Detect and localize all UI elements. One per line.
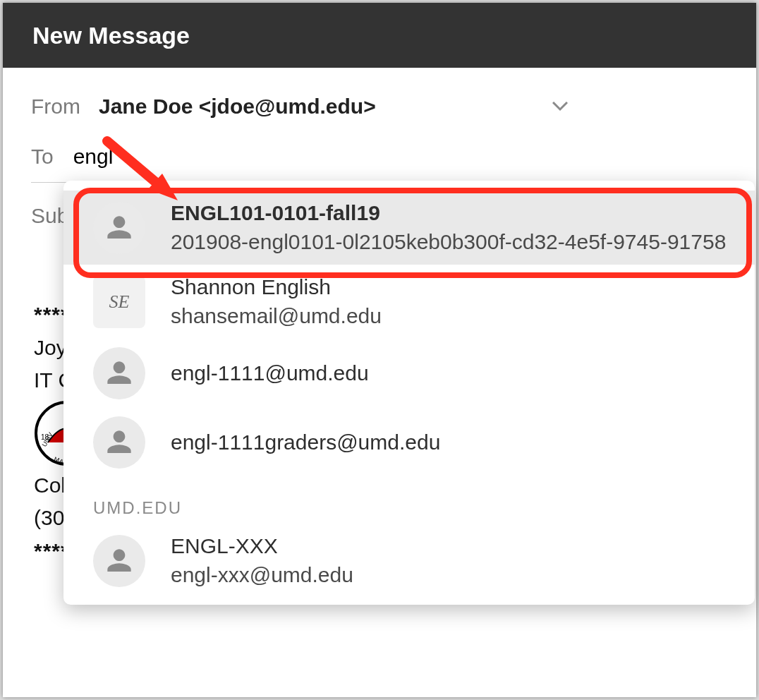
from-value: Jane Doe <jdoe@umd.edu> [99,95,376,119]
autocomplete-item[interactable]: ENGL-XXXengl-xxx@umd.edu [63,524,755,598]
avatar: SE [93,276,145,328]
autocomplete-item-text: engl-1111@umd.edu [171,359,369,388]
titlebar: New Message [3,3,756,68]
autocomplete-item-text: ENGL101-0101-fall19201908-engl0101-0l210… [171,199,726,256]
autocomplete-section-label: UMD.EDU [63,477,755,524]
to-input[interactable] [72,144,728,169]
autocomplete-dropdown: ENGL101-0101-fall19201908-engl0101-0l210… [63,181,755,605]
window-title: New Message [32,22,190,49]
autocomplete-item-primary: ENGL101-0101-fall19 [171,199,726,228]
autocomplete-item-secondary: 201908-engl0101-0l2105keb0b300f-cd32-4e5… [171,228,726,257]
person-icon [93,416,145,469]
to-row[interactable]: To [31,131,728,183]
autocomplete-item-text: ENGL-XXXengl-xxx@umd.edu [171,532,353,589]
autocomplete-item[interactable]: engl-1111graders@umd.edu [63,408,755,477]
compose-window: New Message From Jane Doe <jdoe@umd.edu>… [3,3,756,697]
autocomplete-item-primary: engl-1111@umd.edu [171,359,369,388]
autocomplete-item-secondary: engl-xxx@umd.edu [171,561,353,590]
autocomplete-item-primary: Shannon English [171,273,382,302]
person-icon [93,347,145,399]
from-row[interactable]: From Jane Doe <jdoe@umd.edu> [31,82,728,131]
to-label: To [31,145,54,169]
person-icon [93,535,145,587]
person-icon [93,202,145,254]
autocomplete-item[interactable]: SEShannon Englishshansemail@umd.edu [63,265,755,339]
autocomplete-item-primary: engl-1111graders@umd.edu [171,428,440,457]
from-label: From [31,95,80,119]
autocomplete-item-secondary: shansemail@umd.edu [171,302,382,331]
autocomplete-item-text: engl-1111graders@umd.edu [171,428,440,457]
autocomplete-item-text: Shannon Englishshansemail@umd.edu [171,273,382,330]
autocomplete-item[interactable]: ENGL101-0101-fall19201908-engl0101-0l210… [63,191,755,265]
autocomplete-item-primary: ENGL-XXX [171,532,353,561]
autocomplete-item[interactable]: engl-1111@umd.edu [63,339,755,408]
svg-text:18: 18 [41,433,49,441]
chevron-down-icon[interactable] [552,102,568,111]
